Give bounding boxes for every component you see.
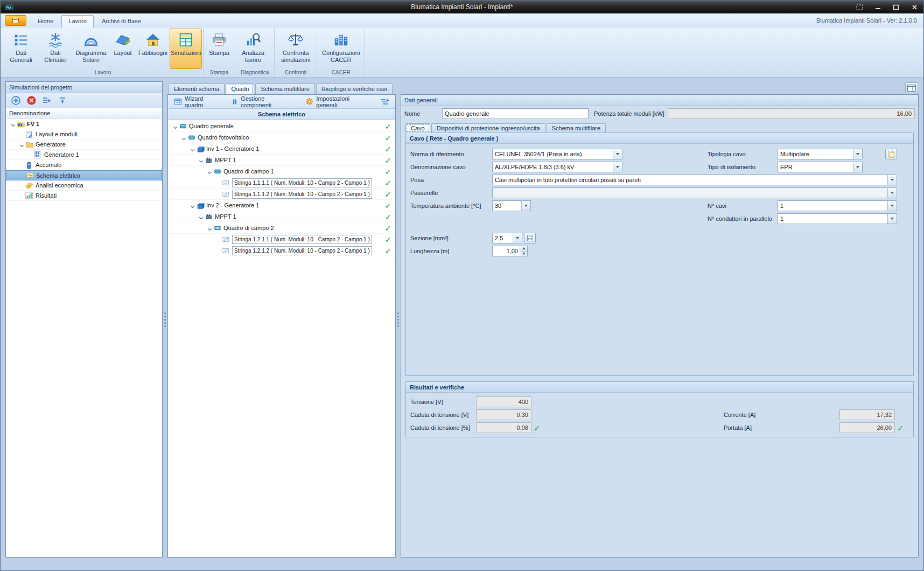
isolamento-select[interactable]: EPR <box>778 162 863 172</box>
tab-schema-multifilare-right[interactable]: Schema multifilare <box>547 123 606 133</box>
add-simulation-button[interactable] <box>10 95 21 106</box>
schema-item-stringa-1-1-1-2[interactable]: Stringa 1.1.1.2 ( Num. Moduli: 10 - Camp… <box>168 189 395 200</box>
schema-item-stringa-1-2-1-1[interactable]: Stringa 1.2.1.1 ( Num. Moduli: 10 - Camp… <box>168 234 395 245</box>
tipologia-select[interactable]: Multipolare <box>778 149 863 159</box>
maximize-button[interactable] <box>891 3 901 11</box>
splitter-right[interactable] <box>396 81 401 558</box>
tree-item-generatore[interactable]: Generatore <box>6 140 162 150</box>
n-conduttori-select[interactable]: 1 <box>778 213 897 224</box>
norma-select[interactable]: CEI UNEL 35024/1 (Posa in aria) <box>492 149 622 159</box>
chevron-down-icon[interactable] <box>613 162 622 172</box>
ribbon-button-dati-climatici[interactable]: Dati Climatici <box>38 29 73 69</box>
schema-item-inv-2[interactable]: Inv 2 - Generatore 1 ✓ <box>168 200 395 211</box>
minimize-button[interactable] <box>873 3 883 11</box>
ribbon-button-dati-generali[interactable]: Dati Generali <box>4 29 38 69</box>
chevron-down-icon[interactable] <box>9 122 17 126</box>
chevron-down-icon[interactable] <box>188 203 196 207</box>
n-cavi-select[interactable]: 1 <box>778 200 897 211</box>
lunghezza-input[interactable]: 1,00 <box>492 246 528 256</box>
delete-simulation-button[interactable] <box>26 95 37 106</box>
expand-tree-button[interactable] <box>377 96 393 108</box>
gestione-componenti-button[interactable]: Gestione componenti <box>228 94 300 110</box>
schema-elettrico-header[interactable]: Schema elettrico <box>168 109 395 120</box>
chevron-down-icon[interactable] <box>887 175 897 185</box>
chevron-down-icon[interactable] <box>18 142 25 147</box>
panel-layout-button[interactable] <box>905 82 918 93</box>
schema-item-quadro-generale[interactable]: Quadro generale ✓ <box>168 121 395 132</box>
tree-item-accumulo[interactable]: Accumulo <box>6 160 162 170</box>
fit-screen-button[interactable] <box>855 3 864 11</box>
simulazioni-icon <box>178 32 194 48</box>
spin-up-button[interactable] <box>520 246 527 251</box>
sezione-select[interactable]: 2,5 <box>492 233 522 243</box>
chevron-down-icon[interactable] <box>188 147 196 151</box>
spin-down-button[interactable] <box>520 251 527 256</box>
schema-item-quadro-di-campo-1[interactable]: Quadro di campo 1 ✓ <box>168 166 395 177</box>
copy-button[interactable] <box>885 149 897 159</box>
schema-item-stringa-1-1-1-1[interactable]: Stringa 1.1.1.1 ( Num. Moduli: 10 - Camp… <box>168 177 395 189</box>
chevron-down-icon[interactable] <box>853 149 862 159</box>
chevron-down-icon[interactable] <box>197 158 205 162</box>
ribbon-tab-lavoro[interactable]: Lavoro <box>61 15 94 27</box>
chevron-down-icon[interactable] <box>171 124 179 128</box>
ribbon-button-diagramma-solare[interactable]: Diagramma Solare <box>73 29 109 69</box>
schema-item-mppt-1-inv2[interactable]: MPPT 1 ✓ <box>168 211 395 222</box>
chevron-down-icon[interactable] <box>206 169 213 173</box>
impostazioni-generali-button[interactable]: Impostazioni generali <box>302 94 376 110</box>
schema-item-quadro-fotovoltaico[interactable]: Quadro fotovoltaico ✓ <box>168 132 395 143</box>
ribbon-tab-home[interactable]: Home <box>31 15 60 27</box>
tab-quadri[interactable]: Quadri <box>226 83 254 94</box>
chevron-down-icon[interactable] <box>180 135 187 140</box>
application-menu-button[interactable] <box>5 15 26 26</box>
collapse-all-button[interactable] <box>57 95 68 106</box>
tree-item-analisi-economica[interactable]: Analisi economica <box>6 180 162 191</box>
tree-item-fv-1[interactable]: FV 1 <box>6 119 162 129</box>
ribbon-button-stampa[interactable]: Stampa <box>205 29 234 69</box>
close-button[interactable] <box>909 3 919 11</box>
ribbon-button-analizza-lavoro[interactable]: Analizza lavoro <box>236 29 270 69</box>
schema-item-quadro-di-campo-2[interactable]: Quadro di campo 2 ✓ <box>168 222 395 234</box>
nome-input[interactable]: Quadro generale <box>442 108 589 119</box>
tree-item-schema-elettrico[interactable]: Schema elettrico <box>6 170 162 180</box>
temperatura-select[interactable]: 30 <box>492 200 531 211</box>
passerelle-select[interactable] <box>492 187 897 198</box>
ribbon-button-configurazioni-cacer[interactable]: Configurazioni CACER <box>318 29 363 69</box>
calculator-button[interactable] <box>524 233 536 243</box>
ribbon-button-layout[interactable]: Layout <box>109 29 136 69</box>
chevron-down-icon[interactable] <box>513 233 522 243</box>
chevron-down-icon[interactable] <box>853 162 862 172</box>
ribbon-button-confronta-simulazioni[interactable]: Confronta simulazioni <box>276 29 316 69</box>
schema-item-stringa-1-2-1-2[interactable]: Stringa 1.2.1.2 ( Num. Moduli: 10 - Camp… <box>168 245 395 256</box>
posa-select[interactable]: Cavi multipolari in tubi protettivi circ… <box>492 175 897 185</box>
schema-item-label: Stringa 1.1.1.2 ( Num. Moduli: 10 - Camp… <box>232 190 372 199</box>
denominazione-select[interactable]: AL/XLPE/HDPE 1,8/3 (3.6) kV <box>492 162 622 172</box>
chevron-down-icon[interactable] <box>521 201 530 211</box>
caduta-tensione-v-label: Caduta di tensione [V] <box>410 412 476 418</box>
tree-column-header[interactable]: Denominazione <box>6 108 162 119</box>
combo-value: 2,5 <box>493 233 513 243</box>
ribbon-tab-archivi[interactable]: Archivi di Base <box>95 15 148 27</box>
chevron-down-icon[interactable] <box>887 188 897 198</box>
tab-riepilogo-verifiche-cavi[interactable]: Riepilogo e verifiche cavi <box>316 83 393 94</box>
chevron-down-icon[interactable] <box>887 201 897 211</box>
tab-elementi-schema[interactable]: Elementi schema <box>169 83 225 94</box>
chevron-down-icon[interactable] <box>613 149 622 159</box>
dati-climatici-icon <box>47 32 64 48</box>
tree-item-risultati[interactable]: Risultati <box>6 191 162 201</box>
tab-schema-multifilare[interactable]: Schema multifilare <box>255 83 314 94</box>
wizard-quadro-button[interactable]: Wizard quadro <box>170 94 227 110</box>
ribbon-button-simulazioni[interactable]: Simulazioni <box>170 29 202 69</box>
tab-cavo[interactable]: Cavo <box>405 123 430 133</box>
splitter-left[interactable] <box>163 81 167 558</box>
expand-all-button[interactable] <box>41 95 52 106</box>
ribbon-button-fabbisogni[interactable]: Fabbisogni <box>136 29 170 69</box>
schema-item-label: MPPT 1 <box>215 213 236 220</box>
schema-item-inv-1[interactable]: Inv 1 - Generatore 1 ✓ <box>168 143 395 155</box>
tree-item-layout-e-moduli[interactable]: Layout e moduli <box>6 129 162 140</box>
tab-dispositivi-protezione[interactable]: Dispositivi di protezione ingresso/uscit… <box>431 123 545 133</box>
tree-item-generatore-1[interactable]: Generatore 1 <box>6 150 162 160</box>
chevron-down-icon[interactable] <box>206 226 213 230</box>
schema-item-mppt-1[interactable]: MPPT 1 ✓ <box>168 155 395 166</box>
chevron-down-icon[interactable] <box>887 214 897 224</box>
chevron-down-icon[interactable] <box>197 214 205 219</box>
